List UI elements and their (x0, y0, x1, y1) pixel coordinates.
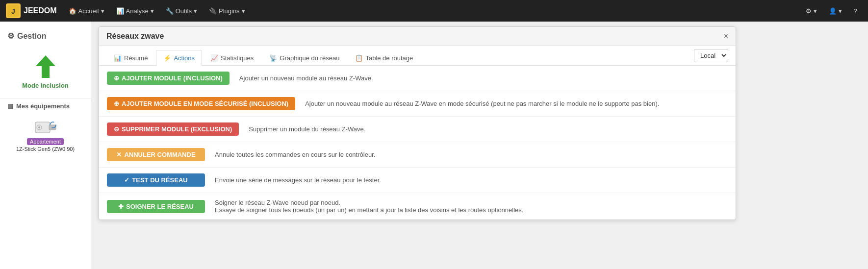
action-row-heal: ✚ SOIGNER LE RÉSEAU Soigner le réseau Z-… (99, 193, 736, 220)
action-row-test: ✓ TEST DU RÉSEAU Envoie une série de mes… (99, 168, 736, 193)
main-layout: ⚙ Gestion Mode inclusion ▦ Mes équipemen… (0, 22, 868, 269)
nav-outils[interactable]: 🔧 Outils ▾ (161, 4, 202, 18)
settings-icon: ⚙ (806, 7, 812, 15)
sidebar-inclusion[interactable]: Mode inclusion (0, 46, 91, 94)
btn-remove-module[interactable]: ⊖ SUPPRIMER MODULE (EXCLUSION) (107, 122, 239, 136)
panel-tabs: 📊 Résumé ⚡ Actions 📈 Statistiques 📡 Grap… (99, 46, 736, 66)
inclusion-icon (31, 50, 60, 80)
device-icon-wrapper (31, 118, 60, 137)
user-icon: 👤 (829, 7, 837, 15)
action-row-inclusion: ⊕ AJOUTER MODULE (INCLUSION) Ajouter un … (99, 66, 736, 91)
graphique-icon: 📡 (269, 54, 277, 62)
home-icon: 🏠 (69, 7, 77, 15)
inclusion-label: Mode inclusion (22, 82, 69, 89)
action-desc-test: Envoie une série de messages sur le rése… (215, 176, 728, 184)
svg-marker-2 (36, 55, 55, 75)
plugins-caret: ▾ (242, 7, 245, 15)
btn-test-network[interactable]: ✓ TEST DU RÉSEAU (107, 173, 205, 187)
tab-actions[interactable]: ⚡ Actions (156, 50, 202, 66)
sidebar-equipments: ▦ Mes équipements (0, 98, 91, 114)
logo-icon: J (6, 3, 21, 18)
check-icon: ✓ (124, 176, 129, 184)
outils-icon: 🔧 (166, 7, 174, 15)
settings-button[interactable]: ⚙ ▾ (801, 4, 822, 18)
tab-routage[interactable]: 📋 Table de routage (348, 50, 420, 66)
btn-add-module-secure[interactable]: ⊕ AJOUTER MODULE EN MODE SÉCURISÉ (INCLU… (107, 97, 295, 110)
heal-icon: ✚ (118, 203, 124, 210)
plugins-icon: 🔌 (209, 7, 217, 15)
grid-icon: ▦ (7, 102, 13, 110)
outils-caret: ▾ (194, 7, 197, 15)
action-desc-secure: Ajouter un nouveau module au réseau Z-Wa… (305, 100, 728, 107)
nav-analyse[interactable]: 📊 Analyse ▾ (111, 4, 159, 18)
svg-rect-3 (42, 75, 50, 78)
actions-icon: ⚡ (163, 54, 171, 62)
accueil-caret: ▾ (101, 7, 104, 15)
action-desc-cancel: Annule toutes les commandes en cours sur… (215, 151, 728, 158)
panel-body: ⊕ AJOUTER MODULE (INCLUSION) Ajouter un … (99, 66, 736, 220)
local-select[interactable]: Local (694, 49, 728, 62)
brand-text: JEEDOM (24, 6, 57, 15)
action-desc-exclusion: Supprimer un module du réseau Z-Wave. (249, 125, 728, 133)
sidebar: ⚙ Gestion Mode inclusion ▦ Mes équipemen… (0, 22, 91, 269)
btn-cancel-command[interactable]: ✕ ANNULER COMMANDE (107, 148, 205, 161)
help-button[interactable]: ? (849, 4, 862, 18)
analyse-icon: 📊 (116, 7, 124, 15)
tab-bar-right: Local (694, 46, 728, 65)
svg-point-7 (38, 126, 40, 128)
zwave-panel: Réseaux zwave × 📊 Résumé ⚡ Actions 📈 Sta… (99, 26, 736, 220)
top-navbar: J JEEDOM 🏠 Accueil ▾ 📊 Analyse ▾ 🔧 Outil… (0, 0, 868, 22)
btn-add-module[interactable]: ⊕ AJOUTER MODULE (INCLUSION) (107, 72, 230, 85)
nav-plugins[interactable]: 🔌 Plugins ▾ (204, 4, 250, 18)
action-row-cancel: ✕ ANNULER COMMANDE Annule toutes les com… (99, 142, 736, 168)
user-button[interactable]: 👤 ▾ (824, 4, 847, 18)
nav-accueil[interactable]: 🏠 Accueil ▾ (64, 4, 109, 18)
main-content: Réseaux zwave × 📊 Résumé ⚡ Actions 📈 Sta… (91, 22, 868, 269)
brand-logo[interactable]: J JEEDOM (6, 3, 57, 18)
action-desc-inclusion: Ajouter un nouveau module au réseau Z-Wa… (239, 74, 728, 82)
panel-title: Réseaux zwave (106, 32, 164, 41)
navbar-right: ⚙ ▾ 👤 ▾ ? (801, 4, 862, 18)
plus-icon: ⊕ (114, 74, 119, 82)
svg-text:J: J (11, 7, 15, 15)
action-row-secure: ⊕ AJOUTER MODULE EN MODE SÉCURISÉ (INCLU… (99, 91, 736, 117)
cancel-icon: ✕ (116, 151, 122, 158)
tab-graphique[interactable]: 📡 Graphique du réseau (262, 50, 347, 66)
action-desc-heal: Soigner le réseau Z-Wave noeud par noeud… (215, 199, 728, 214)
tab-statistiques[interactable]: 📈 Statistiques (203, 50, 261, 66)
plus-secure-icon: ⊕ (114, 100, 119, 107)
statistiques-icon: 📈 (210, 54, 218, 62)
gear-icon: ⚙ (7, 31, 14, 41)
question-icon: ? (854, 7, 857, 15)
action-row-exclusion: ⊖ SUPPRIMER MODULE (EXCLUSION) Supprimer… (99, 117, 736, 142)
device-badge: Appartement (27, 138, 64, 145)
sidebar-title: ⚙ Gestion (0, 26, 91, 46)
panel-close-button[interactable]: × (724, 32, 728, 40)
device-item[interactable]: Appartement 1Z-Stick Gen5 (ZW0 90) (0, 114, 91, 156)
svg-rect-4 (35, 122, 50, 133)
btn-heal-network[interactable]: ✚ SOIGNER LE RÉSEAU (107, 200, 205, 213)
routage-icon: 📋 (355, 54, 363, 62)
resume-icon: 📊 (114, 54, 122, 62)
device-name: 1Z-Stick Gen5 (ZW0 90) (16, 146, 75, 152)
minus-icon: ⊖ (114, 125, 119, 133)
panel-header: Réseaux zwave × (99, 27, 736, 46)
tab-resume[interactable]: 📊 Résumé (106, 50, 155, 66)
analyse-caret: ▾ (151, 7, 154, 15)
